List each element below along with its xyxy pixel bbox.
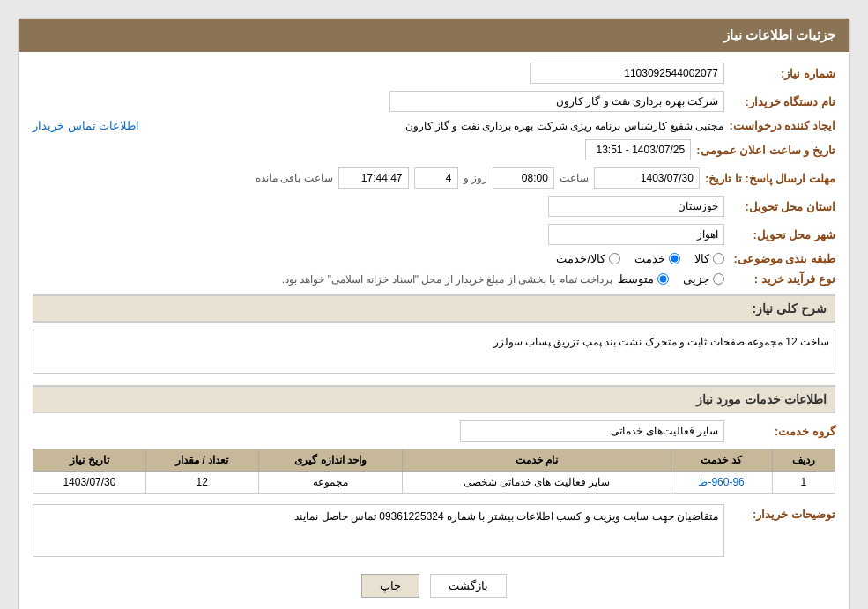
response-deadline-label: مهلت ارسال پاسخ: تا تاریخ: bbox=[705, 172, 835, 185]
province-row: استان محل تحویل: bbox=[33, 196, 835, 217]
response-countdown-label: ساعت باقی مانده bbox=[256, 172, 333, 184]
table-header-row: ردیف کد خدمت نام خدمت واحد اندازه گیری ت… bbox=[33, 449, 835, 472]
response-date-input[interactable] bbox=[594, 167, 700, 189]
col-qty: تعداد / مقدار bbox=[145, 449, 258, 472]
cell-date: 1403/07/30 bbox=[33, 472, 146, 494]
category-both-item[interactable]: کالا/خدمت bbox=[556, 252, 620, 265]
col-name: نام خدمت bbox=[403, 449, 671, 472]
process-description: پرداخت تمام یا بخشی از مبلغ خریدار از مح… bbox=[282, 273, 612, 286]
publish-date-label: تاریخ و ساعت اعلان عمومی: bbox=[696, 144, 835, 157]
cell-name: سایر فعالیت های خدماتی شخصی bbox=[403, 472, 671, 494]
category-service-item[interactable]: خدمت bbox=[634, 252, 680, 265]
response-time-input[interactable] bbox=[493, 167, 554, 189]
buyer-notes-label: توضیحات خریدار: bbox=[730, 504, 835, 521]
response-days-input[interactable] bbox=[414, 167, 458, 189]
print-button[interactable]: چاپ bbox=[361, 574, 419, 598]
buyer-notes-textarea[interactable] bbox=[33, 504, 724, 557]
category-service-radio[interactable] bbox=[669, 253, 680, 264]
col-code: کد خدمت bbox=[671, 449, 772, 472]
response-deadline-row: مهلت ارسال پاسخ: تا تاریخ: ساعت روز و سا… bbox=[33, 167, 835, 189]
city-input[interactable] bbox=[548, 224, 724, 245]
process-medium-label: متوسط bbox=[618, 272, 654, 286]
category-goods-radio[interactable] bbox=[713, 253, 724, 264]
cell-code: 960-96-ط bbox=[671, 472, 772, 494]
creator-contact-link[interactable]: اطلاعات تماس خریدار bbox=[33, 119, 139, 132]
publish-date-input[interactable] bbox=[585, 139, 691, 160]
process-type-label: نوع فرآیند خرید : bbox=[730, 272, 835, 286]
buyer-org-label: نام دستگاه خریدار: bbox=[730, 95, 835, 108]
service-group-label: گروه خدمت: bbox=[730, 425, 835, 438]
services-section-label: اطلاعات خدمات مورد نیاز bbox=[696, 392, 827, 406]
buyer-org-row: نام دستگاه خریدار: bbox=[33, 91, 835, 112]
category-radio-group: کالا خدمت کالا/خدمت bbox=[556, 252, 724, 265]
category-service-label: خدمت bbox=[634, 252, 665, 265]
col-row: ردیف bbox=[772, 449, 835, 472]
category-goods-item[interactable]: کالا bbox=[694, 252, 724, 265]
process-medium-item[interactable]: متوسط bbox=[618, 272, 669, 286]
response-time-label: ساعت bbox=[560, 172, 589, 184]
service-group-input[interactable] bbox=[460, 420, 724, 442]
response-countdown-input[interactable] bbox=[338, 167, 409, 189]
service-group-row: گروه خدمت: bbox=[33, 420, 835, 442]
need-number-label: شماره نیاز: bbox=[730, 67, 835, 80]
creator-row: ایجاد کننده درخواست: مجتبی شفیع کارشناس … bbox=[33, 119, 835, 132]
services-section-header: اطلاعات خدمات مورد نیاز bbox=[33, 385, 835, 413]
col-unit: واحد اندازه گیری bbox=[258, 449, 403, 472]
process-partial-label: جزیی bbox=[683, 272, 709, 286]
cell-qty: 12 bbox=[145, 472, 258, 494]
col-date: تاریخ نیاز bbox=[33, 449, 146, 472]
process-partial-item[interactable]: جزیی bbox=[683, 272, 724, 286]
page-title: جزئیات اطلاعات نیاز bbox=[723, 27, 835, 42]
category-label: طبقه بندی موضوعی: bbox=[730, 252, 835, 265]
cell-row: 1 bbox=[772, 472, 835, 494]
main-container: جزئیات اطلاعات نیاز شماره نیاز: نام دستگ… bbox=[18, 18, 850, 609]
general-desc-header-label: شرح کلی نیاز: bbox=[753, 301, 827, 316]
publish-date-row: تاریخ و ساعت اعلان عمومی: bbox=[33, 139, 835, 160]
buttons-row: بازگشت چاپ bbox=[33, 574, 835, 598]
general-desc-header: شرح کلی نیاز: bbox=[33, 294, 835, 323]
process-medium-radio[interactable] bbox=[657, 273, 669, 285]
process-partial-radio[interactable] bbox=[713, 273, 724, 285]
response-days-label: روز و bbox=[464, 172, 487, 184]
buyer-org-input[interactable] bbox=[389, 91, 724, 112]
general-desc-textarea[interactable] bbox=[33, 330, 835, 374]
content-area: شماره نیاز: نام دستگاه خریدار: ایجاد کنن… bbox=[19, 52, 849, 609]
category-goods-label: کالا bbox=[694, 252, 709, 265]
process-radio-group: جزیی متوسط bbox=[618, 272, 724, 286]
category-row: طبقه بندی موضوعی: کالا خدمت کالا/خدمت bbox=[33, 252, 835, 265]
category-both-label: کالا/خدمت bbox=[556, 252, 605, 265]
creator-label: ایجاد کننده درخواست: bbox=[729, 119, 835, 132]
page-header: جزئیات اطلاعات نیاز bbox=[19, 19, 849, 52]
city-label: شهر محل تحویل: bbox=[730, 228, 835, 241]
city-row: شهر محل تحویل: bbox=[33, 224, 835, 245]
creator-value: مجتبی شفیع کارشناس برنامه ریزی شرکت بهره… bbox=[145, 120, 723, 132]
table-row: 1 960-96-ط سایر فعالیت های خدماتی شخصی م… bbox=[33, 472, 835, 494]
province-label: استان محل تحویل: bbox=[730, 200, 835, 213]
province-input[interactable] bbox=[548, 196, 724, 217]
services-table: ردیف کد خدمت نام خدمت واحد اندازه گیری ت… bbox=[33, 449, 835, 494]
back-button[interactable]: بازگشت bbox=[430, 574, 507, 598]
need-number-input[interactable] bbox=[530, 63, 724, 84]
process-type-row: نوع فرآیند خرید : جزیی متوسط پرداخت تمام… bbox=[33, 272, 835, 286]
category-both-radio[interactable] bbox=[609, 253, 620, 264]
cell-unit: مجموعه bbox=[258, 472, 403, 494]
need-number-row: شماره نیاز: bbox=[33, 63, 835, 84]
